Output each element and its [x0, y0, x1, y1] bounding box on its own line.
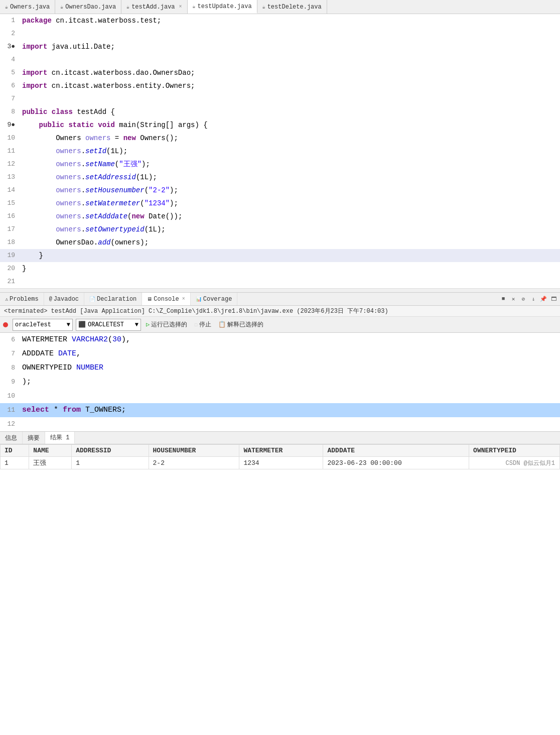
- line-number: 13: [0, 171, 20, 184]
- db-connection-select[interactable]: oracleTest ▼: [13, 319, 73, 331]
- tab-summary[interactable]: 摘要: [23, 432, 45, 444]
- col-header-id: ID: [1, 445, 29, 457]
- line-number: 1: [0, 14, 20, 27]
- tab-testupdate-java[interactable]: ☕ testUpdate.java: [188, 0, 257, 14]
- code-line: 9● public static void main(String[] args…: [0, 118, 560, 132]
- tab-label: Declaration: [97, 296, 136, 303]
- maximize-icon[interactable]: 🗖: [549, 294, 558, 303]
- sql-line: 10: [0, 389, 560, 403]
- tab-console[interactable]: 🖥 Console ×: [142, 293, 190, 305]
- tab-problems[interactable]: ⚠ Problems: [0, 293, 44, 305]
- code-line: 3● import java.util.Date;: [0, 40, 560, 53]
- cell-watermeter: 1234: [239, 457, 323, 469]
- cell-id: 1: [1, 457, 29, 469]
- declaration-icon: 📄: [89, 296, 95, 302]
- code-line: 16 owners.setAdddate(new Date());: [0, 210, 560, 223]
- line-content: WATERMETER VARCHAR2(30),: [20, 333, 560, 347]
- tab-label: 结果 1: [50, 433, 69, 442]
- line-number: 21: [0, 275, 20, 288]
- tab-label: OwnersDao.java: [65, 4, 116, 11]
- line-content: select * from T_OWNERS;: [20, 403, 560, 417]
- code-line: 6 import cn.itcast.waterboss.entity.Owne…: [0, 79, 560, 92]
- line-number: 12: [0, 158, 20, 171]
- code-line: 20 }: [0, 262, 560, 275]
- stop-button[interactable]: ☐ 停止: [192, 320, 213, 329]
- db-connection-name: oracleTest: [15, 321, 51, 328]
- run-selected-button[interactable]: ▷ 运行已选择的: [144, 320, 189, 329]
- tab-close-icon[interactable]: ×: [179, 4, 182, 10]
- tab-info[interactable]: 信息: [0, 432, 23, 444]
- code-line: 15 owners.setWatermeter("1234");: [0, 197, 560, 210]
- line-content: owners.setId(1L);: [20, 145, 560, 158]
- stop-label: 停止: [199, 320, 211, 329]
- pin-icon[interactable]: 📌: [539, 294, 548, 303]
- java-file-icon: ☕: [126, 4, 129, 10]
- coverage-icon: 📊: [196, 296, 202, 302]
- db-schema-icon: ⬛: [78, 321, 86, 328]
- code-line: 4: [0, 53, 560, 66]
- panel-tab-bar: ⚠ Problems @ Javadoc 📄 Declaration 🖥 Con…: [0, 293, 560, 306]
- tab-ownersdao-java[interactable]: ☕ OwnersDao.java: [55, 0, 121, 14]
- line-content: owners.setAddressid(1L);: [20, 171, 560, 184]
- code-line: 1 package cn.itcast.waterboss.test;: [0, 14, 560, 27]
- db-schema-select[interactable]: ⬛ ORACLETEST ▼: [76, 319, 141, 331]
- line-number: 8: [0, 105, 20, 118]
- code-line: 17 owners.setOwnertypeid(1L);: [0, 223, 560, 236]
- line-content: ADDDATE DATE,: [20, 347, 560, 361]
- code-line: 14 owners.setHousenumber("2-2");: [0, 184, 560, 197]
- sql-line: 8 OWNERTYPEID NUMBER: [0, 361, 560, 375]
- terminate-icon[interactable]: ■: [499, 294, 508, 303]
- col-header-addressid: ADDRESSID: [72, 445, 149, 457]
- cell-name: 王强: [29, 457, 72, 469]
- tab-label: Console: [154, 296, 179, 303]
- console-status: <terminated> testAdd [Java Application] …: [0, 306, 560, 317]
- line-content: owners.setOwnertypeid(1L);: [20, 223, 560, 236]
- sql-line-selected: 11 select * from T_OWNERS;: [0, 403, 560, 417]
- tab-label: Problems: [10, 296, 39, 303]
- explain-button[interactable]: 📋 解释已选择的: [216, 320, 265, 329]
- tab-testadd-java[interactable]: ☕ testAdd.java ×: [121, 0, 187, 14]
- chevron-down-icon: ▼: [135, 321, 138, 328]
- panel-tab-close-icon[interactable]: ×: [182, 296, 185, 302]
- line-number: 20: [0, 262, 20, 275]
- results-container: ID NAME ADDRESSID HOUSENUMBER WATERMETER…: [0, 444, 560, 469]
- tab-label: 摘要: [28, 434, 40, 442]
- problems-icon: ⚠: [5, 296, 8, 302]
- db-toolbar: oracleTest ▼ ⬛ ORACLETEST ▼ ▷ 运行已选择的 ☐ 停…: [0, 317, 560, 333]
- line-content: OwnersDao.add(owners);: [20, 236, 560, 249]
- tab-label: Coverage: [203, 296, 232, 303]
- scroll-lock-icon[interactable]: ⇓: [529, 294, 538, 303]
- col-header-name: NAME: [29, 445, 72, 457]
- line-number: 16: [0, 210, 20, 223]
- tab-result1[interactable]: 结果 1: [45, 432, 75, 444]
- code-line: 18 OwnersDao.add(owners);: [0, 236, 560, 249]
- horizontal-scrollbar[interactable]: [0, 288, 560, 292]
- java-file-icon: ☕: [262, 4, 265, 10]
- explain-icon: 📋: [218, 321, 226, 328]
- tab-coverage[interactable]: 📊 Coverage: [191, 293, 238, 305]
- code-line: 7: [0, 92, 560, 105]
- line-number: 7: [0, 92, 20, 105]
- line-content: owners.setHousenumber("2-2");: [20, 184, 560, 197]
- line-content: import cn.itcast.waterboss.entity.Owners…: [20, 79, 560, 92]
- tab-testdelete-java[interactable]: ☕ testDelete.java: [257, 0, 327, 14]
- code-line: 19 }: [0, 249, 560, 262]
- panel-toolbar: ■ ✕ ⊘ ⇓ 📌 🗖: [497, 293, 560, 305]
- tab-owners-java[interactable]: ☕ Owners.java: [0, 0, 55, 14]
- line-number: 6: [0, 79, 20, 92]
- remove-launch-icon[interactable]: ✕: [509, 294, 518, 303]
- javadoc-icon: @: [49, 296, 52, 302]
- line-number: 8: [0, 361, 20, 375]
- line-content: }: [20, 249, 560, 262]
- code-line: 11 owners.setId(1L);: [0, 145, 560, 158]
- chevron-down-icon: ▼: [67, 321, 70, 328]
- line-content: package cn.itcast.waterboss.test;: [20, 14, 560, 27]
- tab-javadoc[interactable]: @ Javadoc: [44, 293, 84, 305]
- tab-declaration[interactable]: 📄 Declaration: [84, 293, 142, 305]
- code-line: 2: [0, 27, 560, 40]
- clear-console-icon[interactable]: ⊘: [519, 294, 528, 303]
- line-content: owners.setWatermeter("1234");: [20, 197, 560, 210]
- code-line: 12 owners.setName("王强");: [0, 158, 560, 171]
- checkbox-icon: ☐: [194, 321, 198, 328]
- tab-label: Owners.java: [10, 4, 50, 11]
